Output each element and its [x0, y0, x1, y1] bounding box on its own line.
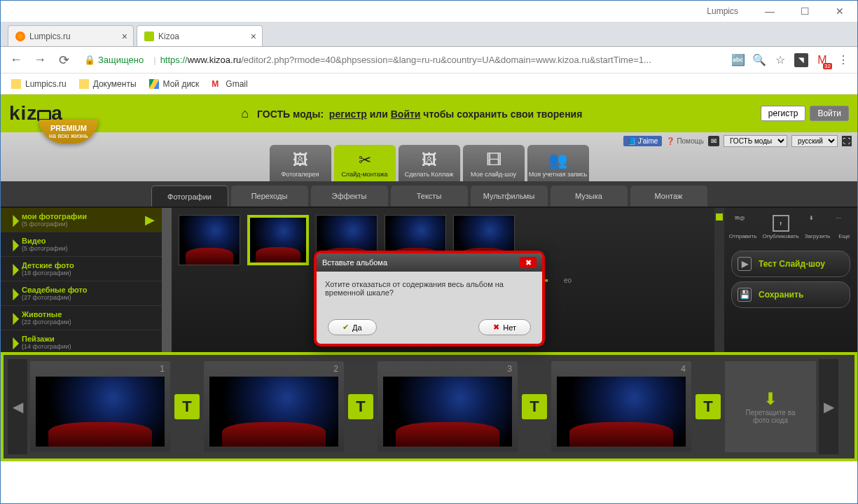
more-button[interactable]: ⋯Еще — [836, 215, 852, 239]
maximize-button[interactable]: ☐ — [794, 1, 815, 22]
send-button[interactable]: ✉@Отправить — [729, 215, 757, 239]
bookmark-mydisk[interactable]: Мой диск — [149, 79, 200, 89]
sec-tab-music[interactable]: Музыка — [551, 186, 628, 206]
ext-icon[interactable]: ◥ — [794, 53, 808, 67]
url-input[interactable]: 🔒 Защищено | https://www.kizoa.ru/editor… — [79, 50, 724, 70]
sidebar-item-wedding[interactable]: ◢ Свадебные фото(27 фотографии) — [1, 281, 162, 306]
play-icon[interactable]: ▶ — [145, 212, 155, 227]
publish-button[interactable]: fОпубликовать — [762, 215, 798, 239]
guest-message: ⌂ ГОСТЬ моды: регистр или Войти чтобы со… — [63, 106, 761, 121]
star-icon[interactable]: ☆ — [773, 53, 787, 67]
forward-button[interactable]: → — [32, 52, 48, 67]
minimize-button[interactable]: — — [759, 1, 780, 22]
menu-icon[interactable]: ⋮ — [836, 53, 850, 67]
timeline: ◀ 1 T 2 T 3 T 4 T ⬇ Перетащите ва фото с… — [4, 355, 854, 458]
arrow-icon: ◢ — [4, 286, 20, 301]
login-button[interactable]: Войти — [810, 106, 849, 121]
add-hint: ео — [564, 276, 572, 284]
translate-icon[interactable]: 🔤 — [731, 53, 745, 67]
url-path: /editor2.php?rmode=40&phpsession=&lang=r… — [241, 55, 651, 65]
bookmark-gmail[interactable]: MGmail — [212, 79, 247, 89]
timeline-next-button[interactable]: ▶ — [819, 359, 838, 454]
sec-tab-montage[interactable]: Монтаж — [630, 186, 707, 206]
transition-slot[interactable]: T — [173, 361, 201, 452]
guest-select[interactable]: ГОСТЬ моды — [724, 135, 787, 147]
download-button[interactable]: ⬇Загрузить — [805, 215, 831, 239]
reload-button[interactable]: ⟳ — [55, 52, 72, 68]
album-sidebar[interactable]: ◢ мои фотографии(5 фотографии) ▶ ◢ Видео… — [1, 208, 162, 352]
close-window-button[interactable]: ✕ — [829, 1, 850, 22]
browser-tab-lumpics[interactable]: Lumpics.ru × — [8, 25, 134, 46]
favicon-icon — [15, 31, 25, 41]
sec-tab-photos[interactable]: Фотографии — [151, 186, 228, 206]
transition-icon: T — [696, 394, 721, 419]
transition-slot[interactable]: T — [347, 361, 375, 452]
sec-tab-transitions[interactable]: Переходы — [231, 186, 308, 206]
arrow-icon: ◢ — [4, 335, 20, 350]
bookmark-documents[interactable]: Документы — [79, 79, 137, 89]
sec-tab-cartoons[interactable]: Мультфильмы — [471, 186, 548, 206]
sidebar-item-video[interactable]: ◢ Видео(5 фотографии) — [1, 232, 162, 257]
no-button[interactable]: ✖Нет — [478, 319, 531, 335]
transition-slot[interactable]: T — [694, 361, 722, 452]
tab-myslideshow[interactable]: 🎞Мое слайд-шоу — [463, 145, 525, 181]
photo-thumb[interactable] — [179, 215, 240, 265]
tab-photogallery[interactable]: 🖼Фотогалерея — [270, 145, 331, 181]
save-button[interactable]: 💾 Сохранить — [731, 281, 850, 308]
close-tab-icon[interactable]: × — [122, 31, 127, 42]
transition-icon: T — [174, 394, 200, 419]
photo-thumb-selected[interactable] — [247, 215, 309, 265]
timeline-slot[interactable]: 3 — [378, 361, 518, 452]
register-button[interactable]: регистр — [761, 106, 806, 121]
folder-icon — [11, 79, 21, 89]
login-link[interactable]: Войти — [391, 108, 421, 120]
timeline-slot[interactable]: 4 — [551, 361, 691, 452]
sec-tab-effects[interactable]: Эффекты — [311, 186, 388, 206]
film-icon: 🎞 — [486, 151, 501, 169]
test-slideshow-button[interactable]: ▶ Тест Слайд-шоу — [731, 251, 850, 277]
tab-collage[interactable]: 🖼Сделать Коллаж — [399, 145, 460, 181]
tab-label: Lumpics.ru — [29, 31, 71, 41]
window-titlebar: Lumpics — ☐ ✕ — [1, 1, 857, 22]
sidebar-item-landscapes[interactable]: ◢ Пейзажи(14 фотографии) — [1, 330, 162, 352]
favicon-icon — [144, 31, 154, 41]
sidebar-item-kids[interactable]: ◢ Детские фото(18 фотографии) — [1, 257, 162, 281]
gmail-icon: M — [212, 79, 221, 89]
sidebar-item-animals[interactable]: ◢ Животные(22 фотографии) — [1, 306, 162, 330]
back-button[interactable]: ← — [8, 52, 25, 67]
bookmark-lumpics[interactable]: Lumpics.ru — [11, 79, 67, 89]
close-tab-icon[interactable]: × — [251, 31, 256, 42]
fullscreen-icon[interactable]: ⛶ — [842, 136, 852, 146]
zoom-icon[interactable]: 🔍 — [752, 53, 766, 67]
yes-button[interactable]: ✔Да — [328, 319, 377, 335]
contact-icon[interactable]: ✉ — [708, 136, 719, 146]
fb-jaime-button[interactable]: 📘 J'aime — [623, 136, 663, 146]
gmail-icon[interactable]: M 32 — [815, 53, 829, 67]
sub-header: 📘 J'aime ❓Помощь ✉ ГОСТЬ моды русский ⛶ … — [1, 132, 857, 181]
help-link[interactable]: ❓Помощь — [666, 137, 704, 145]
dialog-body: Хотите отказаться от содержания весь аль… — [317, 272, 542, 314]
play-icon: ▶ — [738, 257, 752, 271]
insert-album-dialog: Вставьте альбома ✖ Хотите отказаться от … — [314, 251, 545, 346]
window-title: Lumpics — [707, 6, 738, 16]
tab-slidemontage[interactable]: ✂Слайд-монтажа — [334, 145, 396, 181]
url-proto: https:// — [160, 55, 188, 65]
transition-slot[interactable]: T — [520, 361, 548, 452]
gallery-icon: 🖼 — [293, 151, 308, 169]
home-icon[interactable]: ⌂ — [241, 106, 249, 120]
timeline-slot[interactable]: 2 — [204, 361, 344, 452]
dialog-close-button[interactable]: ✖ — [520, 257, 537, 268]
timeline-drop-zone[interactable]: ⬇ Перетащите ва фото сюда — [725, 361, 816, 452]
register-link[interactable]: регистр — [329, 108, 367, 120]
browser-tab-kizoa[interactable]: Kizoa × — [137, 25, 263, 46]
sec-tab-texts[interactable]: Тексты — [391, 186, 468, 206]
lang-select[interactable]: русский — [791, 135, 838, 147]
transition-icon: T — [522, 394, 547, 419]
users-icon: 👥 — [548, 151, 567, 169]
timeline-prev-button[interactable]: ◀ — [8, 359, 27, 454]
sidebar-item-myphotos[interactable]: ◢ мои фотографии(5 фотографии) ▶ — [1, 208, 162, 232]
timeline-slot[interactable]: 1 — [30, 361, 170, 452]
sidebar-scrollbar[interactable] — [162, 208, 172, 352]
tab-myaccount[interactable]: 👥Моя учетная запись — [527, 145, 589, 181]
dialog-titlebar: Вставьте альбома ✖ — [317, 253, 542, 272]
